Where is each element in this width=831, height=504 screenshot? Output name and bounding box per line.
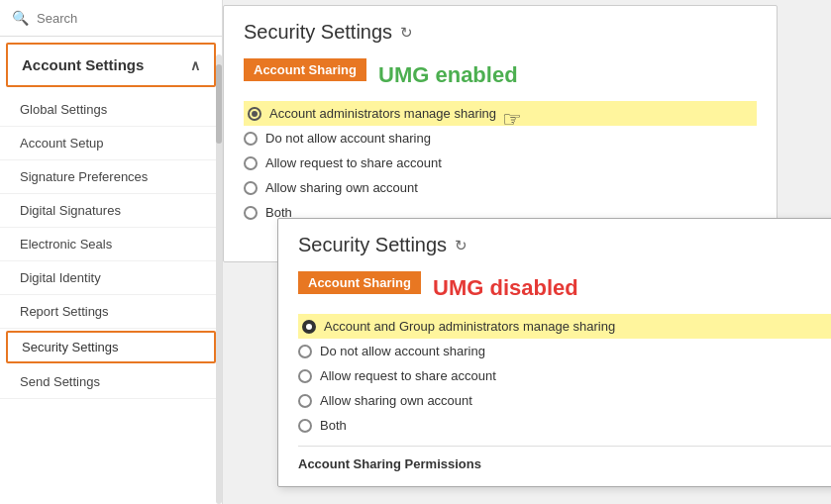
- radio-circle-bottom-4: [298, 419, 312, 433]
- radio-item-top-2[interactable]: Allow request to share account: [244, 151, 757, 175]
- sidebar-nav-item[interactable]: Digital Identity: [0, 261, 222, 295]
- radio-item-bottom-4[interactable]: Both: [298, 413, 831, 438]
- radio-item-bottom-1[interactable]: Do not allow account sharing: [298, 339, 831, 363]
- radio-item-top-0[interactable]: Account administrators manage sharing: [244, 101, 757, 126]
- radio-item-top-1[interactable]: Do not allow account sharing: [244, 126, 757, 151]
- sidebar-nav: Global SettingsAccount SetupSignature Pr…: [0, 93, 222, 504]
- radio-circle-bottom-3: [298, 394, 312, 408]
- sidebar-nav-item[interactable]: Security Settings: [6, 331, 216, 363]
- radio-item-top-3[interactable]: Allow sharing own account: [244, 175, 757, 200]
- radio-circle-top-4: [244, 206, 258, 220]
- radio-circle-bottom-0: [302, 320, 316, 334]
- radio-label-top-1: Do not allow account sharing: [265, 131, 431, 146]
- umg-disabled-label: UMG disabled: [433, 275, 578, 301]
- chevron-up-icon: ∧: [190, 57, 200, 73]
- panel-top-section-header: Account Sharing: [244, 58, 366, 81]
- sidebar-nav-item[interactable]: Digital Signatures: [0, 194, 222, 228]
- account-settings-header[interactable]: Account Settings ∧: [6, 43, 216, 87]
- radio-circle-top-2: [244, 156, 258, 170]
- radio-circle-top-1: [244, 132, 258, 146]
- sidebar-nav-item[interactable]: Send Settings: [0, 365, 222, 399]
- panel-bottom-section-header: Account Sharing: [298, 271, 421, 294]
- panel-top-section-header-row: Account Sharing UMG enabled: [244, 58, 757, 91]
- panel-umg-disabled: Security Settings ↻ Account Sharing UMG …: [277, 218, 831, 487]
- radio-circle-bottom-1: [298, 345, 312, 358]
- account-sharing-permissions-label: Account Sharing Permissions: [298, 446, 831, 471]
- radio-label-top-2: Allow request to share account: [265, 155, 442, 170]
- panel-bottom-title: Security Settings ↻: [298, 234, 831, 256]
- radio-label-bottom-3: Allow sharing own account: [320, 393, 472, 408]
- radio-item-bottom-2[interactable]: Allow request to share account: [298, 363, 831, 388]
- panel-bottom-title-text: Security Settings: [298, 234, 447, 256]
- panel-bottom-radio-list: Account and Group administrators manage …: [298, 314, 831, 438]
- sidebar-nav-item[interactable]: Electronic Seals: [0, 228, 222, 261]
- sidebar-scrollbar-track[interactable]: [216, 54, 222, 504]
- radio-circle-bottom-2: [298, 369, 312, 383]
- search-input[interactable]: [37, 11, 210, 26]
- sidebar-nav-item[interactable]: Global Settings: [0, 93, 222, 127]
- panel-bottom-section-header-row: Account Sharing UMG disabled: [298, 271, 831, 304]
- panel-top-refresh-icon[interactable]: ↻: [400, 24, 413, 42]
- radio-label-top-3: Allow sharing own account: [265, 180, 418, 195]
- sidebar-nav-item[interactable]: Account Setup: [0, 127, 222, 160]
- search-bar[interactable]: 🔍: [0, 0, 222, 37]
- radio-label-bottom-2: Allow request to share account: [320, 368, 496, 383]
- radio-label-top-0: Account administrators manage sharing: [269, 106, 496, 121]
- panel-top-radio-list: Account administrators manage sharing Do…: [244, 101, 757, 225]
- cursor-hand-icon: ☞: [502, 107, 522, 133]
- radio-label-bottom-4: Both: [320, 418, 347, 433]
- radio-circle-top-3: [244, 181, 258, 195]
- radio-label-bottom-1: Do not allow account sharing: [320, 344, 485, 358]
- sidebar-scrollbar-thumb[interactable]: [216, 64, 222, 144]
- radio-circle-top-0: [248, 107, 261, 121]
- radio-item-bottom-3[interactable]: Allow sharing own account: [298, 388, 831, 413]
- radio-item-bottom-0[interactable]: Account and Group administrators manage …: [298, 314, 831, 339]
- panel-bottom-refresh-icon[interactable]: ↻: [455, 237, 467, 254]
- umg-enabled-label: UMG enabled: [378, 62, 518, 88]
- sidebar: 🔍 Account Settings ∧ Global SettingsAcco…: [0, 0, 223, 504]
- panel-top-title-text: Security Settings: [244, 21, 392, 44]
- search-icon: 🔍: [12, 10, 29, 26]
- sidebar-nav-item[interactable]: Signature Preferences: [0, 160, 222, 194]
- sidebar-nav-item[interactable]: Report Settings: [0, 295, 222, 329]
- panel-top-title: Security Settings ↻: [244, 21, 757, 44]
- main-content: Security Settings ↻ Account Sharing UMG …: [223, 0, 831, 504]
- account-settings-label: Account Settings: [22, 56, 144, 73]
- radio-label-bottom-0: Account and Group administrators manage …: [324, 319, 615, 334]
